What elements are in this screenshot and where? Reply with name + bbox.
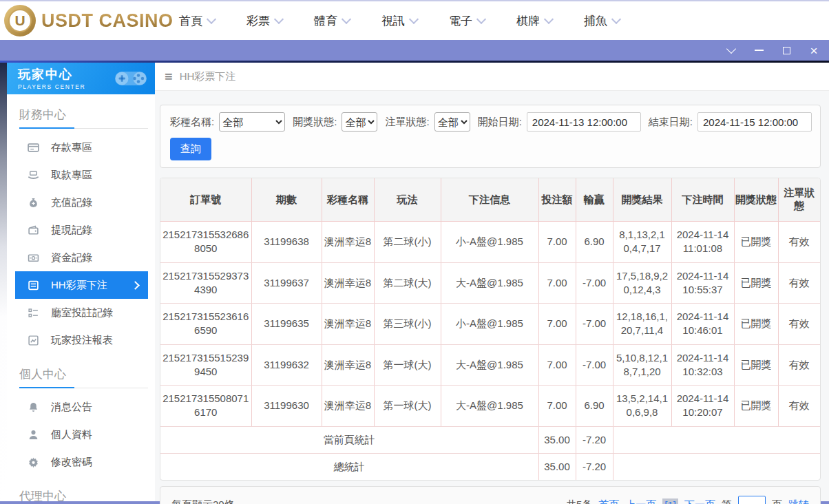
sidebar-item-label: 玩家投注報表 <box>51 334 113 347</box>
cell-bet-amount: 7.00 <box>538 262 576 304</box>
brand-logo-coin-icon[interactable]: U <box>4 5 36 36</box>
chevron-down-icon <box>611 14 621 24</box>
nav-item-label: 棋牌 <box>516 13 540 29</box>
minimize-icon[interactable] <box>753 45 764 56</box>
funds-icon <box>28 252 39 264</box>
end-date-input[interactable] <box>697 112 812 132</box>
sidebar: 玩家中心 PLAYERS CENTER <box>7 63 155 501</box>
nav-item-6[interactable]: 棋牌 <box>516 13 552 29</box>
column-header-order-status: 注單狀態 <box>778 178 820 222</box>
sidebar-item-修改密碼[interactable]: 修改密碼 <box>15 448 148 476</box>
draw-status-select[interactable]: 全部 <box>342 112 377 132</box>
sidebar-item-label: 消息公告 <box>51 401 92 414</box>
sidebar-section-list: 消息公告個人資料修改密碼 <box>7 393 155 476</box>
table-row: 215217315523616659031199635澳洲幸运8第三球(小)小-… <box>160 304 820 345</box>
cell-lottery-name: 澳洲幸运8 <box>322 344 374 386</box>
summary-empty-cell <box>613 426 820 453</box>
cell-order-no: 2152173155293734390 <box>160 262 251 304</box>
nav-item-4[interactable]: 視訊 <box>381 13 417 29</box>
lottery-bet-icon <box>28 280 39 291</box>
gear-icon <box>28 456 39 468</box>
cell-order-status: 有效 <box>778 304 820 345</box>
bet-table: 訂單號期數彩種名稱玩法下注信息投注額輸贏開獎結果下注時間開獎狀態注單狀態2152… <box>160 178 820 480</box>
top-nav: 首頁彩票體育視訊電子棋牌捕魚 <box>179 13 620 29</box>
order-status-select[interactable]: 全部 <box>434 112 470 132</box>
filter-panel: 彩種名稱: 全部 開獎狀態: 全部 注單狀態: 全部 開始日期: <box>160 105 821 168</box>
sidebar-item-label: 修改密碼 <box>51 456 92 469</box>
chevron-down-icon <box>476 14 486 24</box>
sidebar-item-取款專區[interactable]: 取款專區 <box>15 161 148 189</box>
search-button[interactable]: 查詢 <box>170 138 211 160</box>
cell-bet-amount: 7.00 <box>538 222 576 263</box>
sidebar-section-heading-3: 代理中心 <box>19 488 148 501</box>
cell-play-type: 第一球(大) <box>374 344 441 386</box>
column-header-win-loss: 輸贏 <box>576 178 613 222</box>
sidebar-item-提現記錄[interactable]: 提現記錄 <box>15 216 148 244</box>
sidebar-item-消息公告[interactable]: 消息公告 <box>15 393 148 421</box>
cell-bet-amount: 7.00 <box>538 386 576 427</box>
start-date-input[interactable] <box>527 112 641 132</box>
cell-draw-status: 已開獎 <box>734 386 778 427</box>
nav-item-label: 彩票 <box>246 13 270 29</box>
cell-period: 31199630 <box>251 386 322 427</box>
first-page-link[interactable]: 首页 <box>598 498 619 504</box>
cell-bet-info: 小-A盤@1.985 <box>441 304 538 345</box>
summary-row: 當前頁統計35.00-7.20 <box>160 426 820 453</box>
main-area: 玩家中心 PLAYERS CENTER <box>0 63 829 501</box>
lottery-name-label: 彩種名稱: <box>170 116 214 129</box>
cell-draw-result: 17,5,18,9,20,12,4,3 <box>613 262 671 304</box>
maximize-icon[interactable] <box>781 45 792 56</box>
sidebar-item-HH彩票下注[interactable]: HH彩票下注 <box>15 271 148 299</box>
sidebar-item-label: HH彩票下注 <box>51 279 107 292</box>
nav-item-2[interactable]: 彩票 <box>246 13 282 29</box>
report-chart-icon <box>28 335 39 346</box>
cell-win-loss: 6.90 <box>576 386 613 427</box>
jump-page-input[interactable] <box>738 496 766 504</box>
sidebar-item-玩家投注報表[interactable]: 玩家投注報表 <box>15 326 148 354</box>
nav-item-7[interactable]: 捕魚 <box>584 13 620 29</box>
column-header-bet-amount: 投注額 <box>538 178 576 222</box>
cell-bet-time: 2024-11-14 10:46:01 <box>671 304 734 345</box>
cell-bet-time: 2024-11-14 10:32:03 <box>671 344 734 386</box>
page-title: HH彩票下注 <box>180 70 236 83</box>
jump-suffix-label: 页 <box>772 498 782 504</box>
sidebar-item-充值記錄[interactable]: 充值記錄 <box>15 189 148 216</box>
cell-order-no: 2152173155236166590 <box>160 304 251 345</box>
summary-label: 當前頁統計 <box>160 426 538 453</box>
prev-page-link[interactable]: 上一页 <box>625 498 656 504</box>
room-records-icon <box>28 307 39 319</box>
sidebar-item-廳室投註記錄[interactable]: 廳室投註記錄 <box>15 299 148 326</box>
lottery-name-select[interactable]: 全部 <box>219 112 285 132</box>
chevron-down-icon <box>544 14 554 24</box>
next-page-link[interactable]: 下一页 <box>684 498 715 504</box>
sidebar-item-label: 存款專區 <box>51 141 92 154</box>
nav-item-5[interactable]: 電子 <box>449 13 485 29</box>
summary-bet-total: 35.00 <box>538 453 576 480</box>
sidebar-item-label: 取款專區 <box>51 169 92 182</box>
pagination-bar: 每頁顯示20條 共5条 首页 上一页 [1] 下一页 第 页 跳转 <box>160 486 821 504</box>
cell-period: 31199635 <box>251 304 322 345</box>
cell-period: 31199637 <box>251 262 322 304</box>
sidebar-item-label: 個人資料 <box>51 428 92 441</box>
column-header-bet-time: 下注時間 <box>671 178 734 222</box>
cell-play-type: 第三球(小) <box>374 304 441 345</box>
close-icon[interactable]: × <box>808 45 819 56</box>
hamburger-menu-icon[interactable]: ≡ <box>165 70 173 83</box>
sidebar-item-label: 廳室投註記錄 <box>51 306 113 319</box>
nav-item-3[interactable]: 體育 <box>314 13 350 29</box>
app-window: U USDT CASINO 首頁彩票體育視訊電子棋牌捕魚 × 玩家中心 PLAY… <box>0 0 829 504</box>
sidebar-section-list: 存款專區取款專區充值記錄提現記錄資金記錄HH彩票下注廳室投註記錄玩家投注報表 <box>7 134 155 354</box>
cell-bet-amount: 7.00 <box>538 304 576 345</box>
sidebar-item-個人資料[interactable]: 個人資料 <box>15 421 148 448</box>
jump-button[interactable]: 跳转 <box>788 498 809 504</box>
nav-item-1[interactable]: 首頁 <box>179 13 215 29</box>
sidebar-item-存款專區[interactable]: 存款專區 <box>15 134 148 161</box>
sidebar-item-資金記錄[interactable]: 資金記錄 <box>15 244 148 271</box>
withdraw-hand-icon <box>28 169 39 181</box>
user-icon <box>28 429 39 441</box>
titlebar-chevron-down-icon[interactable] <box>726 45 737 56</box>
summary-empty-cell <box>613 453 820 480</box>
cell-order-no: 2152173155080716170 <box>160 386 251 427</box>
sidebar-section-heading-1: 財務中心 <box>19 107 148 129</box>
chevron-down-icon <box>207 14 216 24</box>
